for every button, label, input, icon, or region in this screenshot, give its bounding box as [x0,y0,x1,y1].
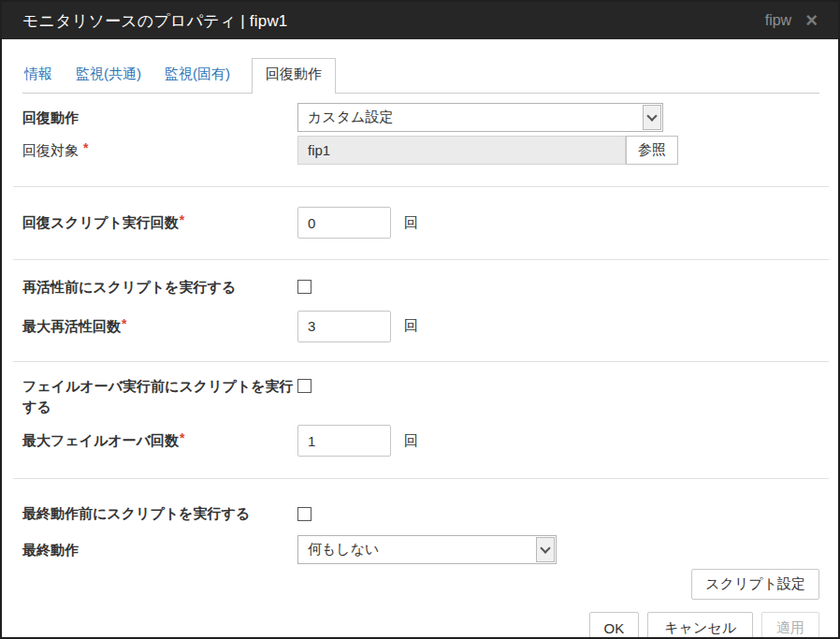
recovery-action-label: 回復動作 [22,108,297,128]
apply-button[interactable]: 適用 [761,612,819,639]
dialog-footer: OK キャンセル 適用 [22,612,819,639]
section-divider [13,259,829,260]
reactivation-script-row: 再活性前にスクリプトを実行する [22,277,819,298]
tab-monitor-specific[interactable]: 監視(固有) [163,59,232,93]
window-label: fipw [765,12,791,29]
recovery-target-field: fip1 [297,136,626,165]
max-reactivation-input[interactable] [297,311,391,342]
section-divider [13,186,829,187]
dialog-content: 情報 監視(共通) 監視(固有) 回復動作 回復動作 カスタム設定 回復対象* … [2,58,838,639]
max-reactivation-label: 最大再活性回数* [22,316,297,337]
recovery-target-row: 回復対象* fip1 参照 [22,136,819,165]
failover-script-checkbox[interactable] [297,379,311,393]
browse-button[interactable]: 参照 [626,136,678,165]
tab-bar: 情報 監視(共通) 監視(固有) 回復動作 [22,58,819,94]
tab-monitor-common[interactable]: 監視(共通) [74,59,143,93]
recovery-script-count-row: 回復スクリプト実行回数* 回 [22,207,819,239]
final-action-value: 何もしない [308,541,379,559]
close-icon[interactable]: × [805,12,818,29]
tab-info[interactable]: 情報 [22,59,54,93]
section-divider [13,478,829,479]
dialog-titlebar: モニタリソースのプロパティ | fipw1 fipw × [2,2,838,39]
recovery-action-value: カスタム設定 [308,109,393,126]
monitor-resource-properties-dialog: モニタリソースのプロパティ | fipw1 fipw × 情報 監視(共通) 監… [0,0,840,639]
unit-label: 回 [404,432,418,450]
reactivation-script-label: 再活性前にスクリプトを実行する [22,277,297,298]
recovery-target-label: 回復対象* [22,140,297,161]
final-action-script-label: 最終動作前にスクリプトを実行する [22,503,297,524]
final-action-row: 最終動作 何もしない [22,535,819,564]
required-asterisk: * [122,316,126,331]
chevron-down-icon [536,537,555,562]
failover-script-row: フェイルオーバ実行前にスクリプトを実行する [22,376,819,417]
unit-label: 回 [404,214,418,232]
tab-recovery-action[interactable]: 回復動作 [252,58,336,94]
titlebar-right: fipw × [765,12,818,29]
dialog-title: モニタリソースのプロパティ | fipw1 [22,10,288,32]
final-action-select[interactable]: 何もしない [297,535,557,564]
required-asterisk: * [83,140,88,155]
section-divider [13,361,829,362]
recovery-script-count-label: 回復スクリプト実行回数* [22,212,297,233]
recovery-action-select[interactable]: カスタム設定 [297,103,663,132]
failover-script-label: フェイルオーバ実行前にスクリプトを実行する [22,376,297,417]
max-failover-label: 最大フェイルオーバ回数* [22,430,297,451]
final-action-script-row: 最終動作前にスクリプトを実行する [22,503,819,524]
recovery-action-row: 回復動作 カスタム設定 [22,103,819,132]
chevron-down-icon [643,105,661,130]
cancel-button[interactable]: キャンセル [647,612,753,639]
reactivation-script-checkbox[interactable] [297,280,311,294]
script-settings-button[interactable]: スクリプト設定 [691,569,819,600]
unit-label: 回 [404,317,418,335]
final-action-script-checkbox[interactable] [297,507,311,521]
ok-button[interactable]: OK [589,612,640,639]
required-asterisk: * [180,212,184,227]
max-failover-input[interactable] [297,425,391,457]
max-reactivation-row: 最大再活性回数* 回 [22,311,819,342]
max-failover-row: 最大フェイルオーバ回数* 回 [22,425,819,457]
final-action-label: 最終動作 [22,540,297,560]
script-settings-row: スクリプト設定 [22,569,819,600]
recovery-script-count-input[interactable] [297,207,391,239]
required-asterisk: * [180,430,184,445]
